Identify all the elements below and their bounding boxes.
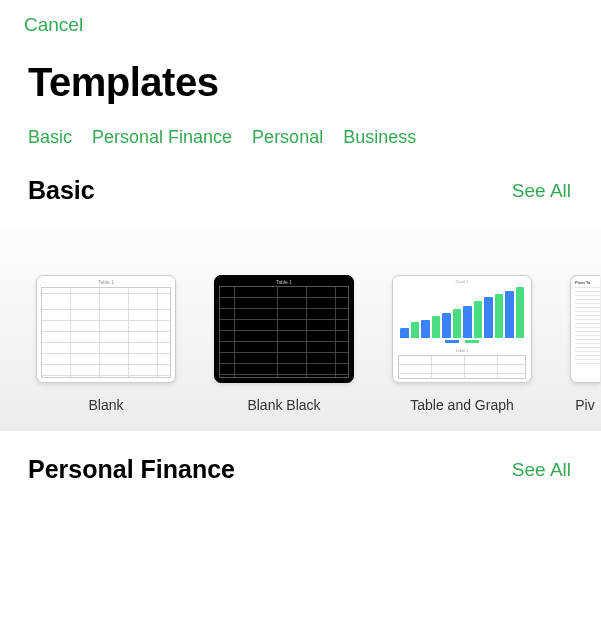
template-label: Piv [575,397,594,413]
section-title-finance: Personal Finance [28,455,235,484]
template-label: Blank [88,397,123,413]
category-tabs: Basic Personal Finance Personal Business [0,105,601,162]
template-blank-black-thumbnail: Table 1 [214,275,354,383]
section-basic: Basic See All Table 1 Blank Table 1 Blan… [0,162,601,431]
cancel-button[interactable]: Cancel [24,14,83,36]
tab-personal-finance[interactable]: Personal Finance [92,127,232,148]
see-all-basic-button[interactable]: See All [512,180,571,202]
section-personal-finance: Personal Finance See All [0,431,601,484]
template-blank[interactable]: Table 1 Blank [36,275,176,413]
see-all-finance-button[interactable]: See All [512,459,571,481]
page-title: Templates [0,36,601,105]
template-table-and-graph-thumbnail: Chart 1 Table 1 [392,275,532,383]
template-pivot-thumbnail: Pivot Ta [570,275,600,383]
template-label: Table and Graph [410,397,514,413]
templates-row-basic[interactable]: Table 1 Blank Table 1 Blank Black Chart … [0,227,601,431]
template-table-and-graph[interactable]: Chart 1 Table 1 [392,275,532,413]
template-pivot[interactable]: Pivot Ta Piv [570,275,600,413]
template-label: Blank Black [247,397,320,413]
tab-basic[interactable]: Basic [28,127,72,148]
template-blank-thumbnail: Table 1 [36,275,176,383]
tab-business[interactable]: Business [343,127,416,148]
tab-personal[interactable]: Personal [252,127,323,148]
template-blank-black[interactable]: Table 1 Blank Black [214,275,354,413]
section-title-basic: Basic [28,176,95,205]
